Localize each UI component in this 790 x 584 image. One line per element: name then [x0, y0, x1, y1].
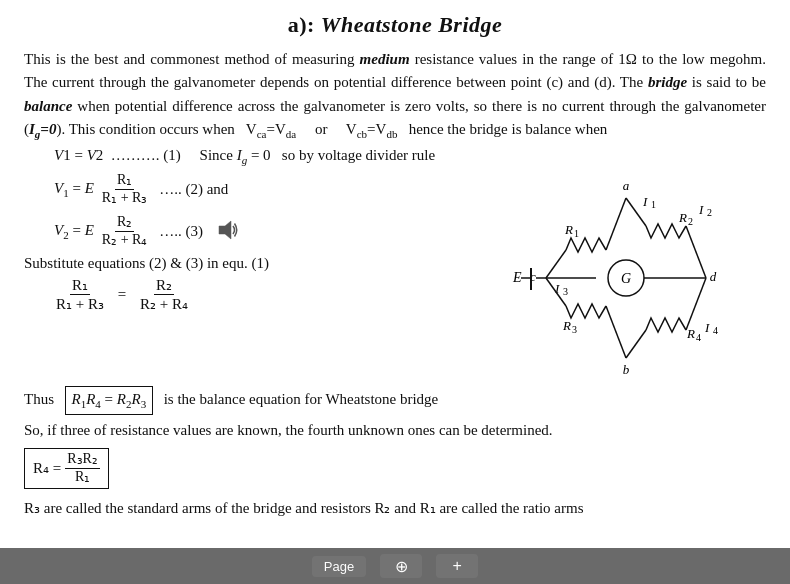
v2-numerator: R₂ — [115, 214, 134, 232]
v2-label: V2 = E — [54, 222, 94, 241]
r4-den: R₁ — [73, 469, 92, 486]
plus-icon: + — [448, 557, 466, 575]
so-text: So, if three of resistance values are kn… — [24, 422, 553, 438]
thus-paragraph: Thus R1R4 = R2R3 is the balance equation… — [24, 386, 766, 415]
svg-text:R: R — [564, 222, 573, 237]
equ-lhs-den: R₁ + R₃ — [54, 295, 106, 313]
svg-text:I: I — [642, 194, 648, 209]
svg-line-28 — [686, 278, 706, 330]
svg-line-24 — [606, 306, 626, 358]
target-button[interactable]: ⊕ — [380, 554, 422, 578]
svg-text:E: E — [512, 270, 522, 285]
text-column: V1 = E R₁ R₁ + R₃ ….. (2) and V2 = E R₂ … — [24, 168, 476, 378]
v2-note: ….. (3) — [155, 223, 203, 240]
svg-text:I: I — [704, 320, 710, 335]
svg-text:R: R — [686, 326, 695, 341]
r4-fraction: R₃R₂ R₁ — [65, 451, 100, 486]
svg-text:I: I — [698, 202, 704, 217]
svg-text:3: 3 — [563, 286, 568, 297]
v1-numerator: R₁ — [115, 172, 134, 190]
big-equation: R₁ R₁ + R₃ = R₂ R₂ + R₄ — [54, 276, 476, 313]
substitute-text: Substitute equations (2) & (3) in equ. (… — [24, 255, 269, 272]
so-paragraph: So, if three of resistance values are kn… — [24, 419, 766, 442]
speaker-icon[interactable] — [217, 219, 239, 245]
svg-text:3: 3 — [572, 324, 577, 335]
page-title: a): Wheatstone Bridge — [24, 12, 766, 38]
r4-num: R₃R₂ — [65, 451, 100, 469]
equ-rhs-num: R₂ — [154, 276, 174, 295]
formula-v1v2-line: V1 = V2 ………. (1) Since Ig = 0 so by volt… — [54, 147, 766, 166]
title-italic: Wheatstone Bridge — [321, 12, 502, 37]
formula-v1v2-text: V1 = V2 ………. (1) Since Ig = 0 so by volt… — [54, 147, 435, 166]
equ-lhs: R₁ R₁ + R₃ — [54, 276, 106, 313]
svg-marker-0 — [219, 221, 231, 239]
equ-lhs-num: R₁ — [70, 276, 90, 295]
page-label: Page — [324, 559, 354, 574]
svg-text:2: 2 — [707, 207, 712, 218]
last-paragraph: R₃ are called the standard arms of the b… — [24, 497, 766, 520]
svg-text:4: 4 — [696, 332, 701, 343]
last-para-text: R₃ are called the standard arms of the b… — [24, 500, 583, 516]
svg-line-5 — [546, 250, 566, 278]
svg-text:d: d — [710, 269, 717, 284]
title-prefix: a): — [288, 12, 321, 37]
svg-text:G: G — [621, 271, 631, 286]
thus-text: Thus — [24, 391, 54, 407]
substitute-line: Substitute equations (2) & (3) in equ. (… — [24, 255, 476, 272]
svg-text:R: R — [562, 318, 571, 333]
formula-v1: V1 = E R₁ R₁ + R₃ ….. (2) and — [54, 172, 476, 207]
svg-text:R: R — [678, 210, 687, 225]
plus-button[interactable]: + — [436, 554, 478, 578]
v2-fraction: R₂ R₂ + R₄ — [100, 214, 150, 249]
v2-denominator: R₂ + R₄ — [100, 232, 150, 249]
r4-boxed: R₄ = R₃R₂ R₁ — [24, 448, 109, 489]
equ-rhs: R₂ R₂ + R₄ — [138, 276, 190, 313]
v1-denominator: R₁ + R₃ — [100, 190, 150, 207]
svg-text:b: b — [623, 362, 630, 377]
v1-label: V1 = E — [54, 180, 94, 199]
bottom-toolbar: Page ⊕ + — [0, 548, 790, 584]
r4-formula-line: R₄ = R₃R₂ R₁ — [24, 446, 766, 493]
v1-note: ….. (2) and — [155, 181, 228, 198]
svg-text:1: 1 — [574, 228, 579, 239]
svg-line-6 — [606, 198, 626, 250]
svg-text:4: 4 — [713, 325, 718, 336]
intro-paragraph: This is the best and commonest method of… — [24, 48, 766, 143]
equ-equals: = — [114, 286, 130, 303]
bottom-section: Thus R1R4 = R2R3 is the balance equation… — [24, 386, 766, 520]
page-content: a): Wheatstone Bridge This is the best a… — [0, 0, 790, 534]
svg-text:2: 2 — [688, 216, 693, 227]
target-icon: ⊕ — [392, 557, 410, 575]
svg-line-27 — [626, 330, 646, 358]
svg-text:a: a — [623, 178, 630, 193]
v1-fraction: R₁ R₁ + R₃ — [100, 172, 150, 207]
svg-line-12 — [686, 226, 706, 278]
r4-label: R₄ = — [33, 459, 61, 477]
formula-v2: V2 = E R₂ R₂ + R₄ ….. (3) — [54, 214, 476, 249]
diagram-column: a c d b R1 I1 R2 I2 — [486, 168, 766, 378]
page-button[interactable]: Page — [312, 556, 366, 577]
wheatstone-diagram: a c d b R1 I1 R2 I2 — [491, 178, 761, 378]
equ-rhs-den: R₂ + R₄ — [138, 295, 190, 313]
main-section: V1 = E R₁ R₁ + R₃ ….. (2) and V2 = E R₂ … — [24, 168, 766, 378]
svg-text:1: 1 — [651, 199, 656, 210]
balance-tail: is the balance equation for Wheatstone b… — [164, 391, 439, 407]
balance-equation: R1R4 = R2R3 — [65, 386, 154, 415]
